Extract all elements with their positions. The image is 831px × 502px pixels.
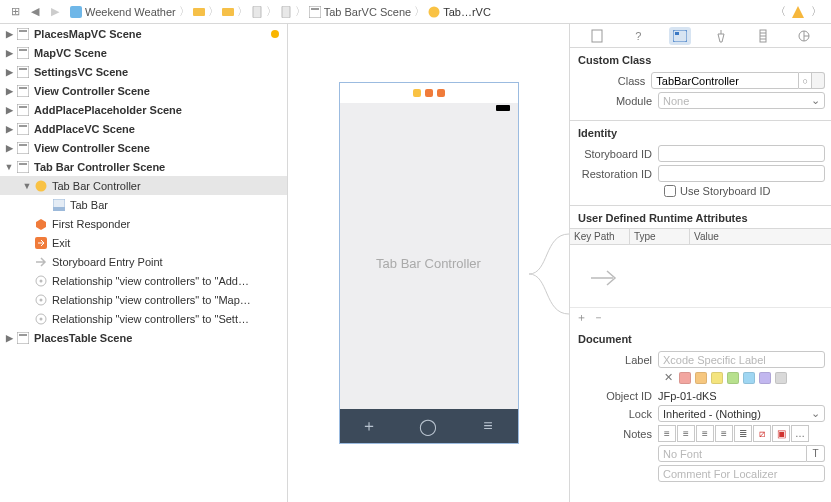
scene-row[interactable]: ▶PlacesTable Scene	[0, 328, 287, 347]
disclosure-right-icon[interactable]: ▶	[4, 105, 14, 115]
vc-icon[interactable]	[413, 89, 421, 97]
font-field[interactable]	[658, 445, 807, 462]
nav-back-icon[interactable]: ◀	[26, 3, 44, 21]
class-stepper[interactable]	[812, 72, 825, 89]
doc-label-field[interactable]	[658, 351, 825, 368]
swatch[interactable]	[711, 372, 723, 384]
storyboard-canvas[interactable]: Tab Bar Controller ＋ ◯ ≡	[288, 24, 569, 502]
localizer-comment-field[interactable]	[658, 465, 825, 482]
col-keypath[interactable]: Key Path	[570, 229, 630, 244]
align-left-icon[interactable]: ≡	[658, 425, 676, 442]
crumb-file[interactable]	[280, 6, 292, 18]
remove-attr-button[interactable]: －	[593, 310, 604, 325]
disclosure-right-icon[interactable]: ▶	[4, 29, 14, 39]
outline-item-exit[interactable]: Exit	[0, 233, 287, 252]
tab-plus-icon: ＋	[340, 409, 399, 443]
outline-item-entry-point[interactable]: Storyboard Entry Point	[0, 252, 287, 271]
scene-dock[interactable]	[340, 83, 518, 103]
svg-point-7	[429, 6, 440, 17]
add-attr-button[interactable]: ＋	[576, 310, 587, 325]
align-center-icon[interactable]: ≡	[677, 425, 695, 442]
clear-color-icon[interactable]: ✕	[664, 371, 673, 384]
disclosure-down-icon[interactable]: ▼	[4, 162, 14, 172]
attributes-inspector-tab[interactable]	[710, 27, 732, 45]
arrow-right-icon	[34, 255, 48, 269]
storyboard-id-label: Storyboard ID	[576, 148, 658, 160]
disclosure-right-icon[interactable]: ▶	[4, 86, 14, 96]
font-picker-icon[interactable]: T	[807, 445, 825, 462]
module-select[interactable]: None	[658, 92, 825, 109]
swatch[interactable]	[695, 372, 707, 384]
crumb-scene[interactable]: Tab BarVC Scene	[309, 6, 411, 18]
disclosure-down-icon[interactable]: ▼	[22, 181, 32, 191]
crumb-folder[interactable]	[193, 6, 205, 18]
scene-row[interactable]: ▶SettingsVC Scene	[0, 62, 287, 81]
file-inspector-tab[interactable]	[586, 27, 608, 45]
nav-prev-issue-icon[interactable]: 〈	[771, 3, 789, 21]
related-items-icon[interactable]: ⊞	[6, 3, 24, 21]
restoration-id-field[interactable]	[658, 165, 825, 182]
clear-style-icon[interactable]: ▣	[772, 425, 790, 442]
list-icon[interactable]: ≣	[734, 425, 752, 442]
storyboard-icon	[16, 27, 30, 41]
col-type[interactable]: Type	[630, 229, 690, 244]
svg-rect-18	[19, 106, 27, 108]
align-justify-icon[interactable]: ≡	[715, 425, 733, 442]
disclosure-right-icon[interactable]: ▶	[4, 124, 14, 134]
warning-icon[interactable]	[791, 5, 805, 19]
scene-row[interactable]: ▶View Controller Scene	[0, 138, 287, 157]
identity-inspector-tab[interactable]	[669, 27, 691, 45]
section-title: Identity	[578, 127, 825, 139]
crumb-file[interactable]	[251, 6, 263, 18]
align-right-icon[interactable]: ≡	[696, 425, 714, 442]
disclosure-right-icon[interactable]: ▶	[4, 67, 14, 77]
scene-row[interactable]: ▶AddPlaceVC Scene	[0, 119, 287, 138]
outline-item-vc[interactable]: ▼Tab Bar Controller	[0, 176, 287, 195]
swatch[interactable]	[727, 372, 739, 384]
swatch[interactable]	[679, 372, 691, 384]
device-preview[interactable]: Tab Bar Controller ＋ ◯ ≡	[339, 82, 519, 444]
scene-row[interactable]: ▶AddPlacePlaceholder Scene	[0, 100, 287, 119]
scene-row[interactable]: ▶View Controller Scene	[0, 81, 287, 100]
crumb-project[interactable]: Weekend Weather	[70, 6, 176, 18]
more-icon[interactable]: …	[791, 425, 809, 442]
lock-select[interactable]: Inherited - (Nothing)	[658, 405, 825, 422]
storyboard-id-field[interactable]	[658, 145, 825, 162]
disclosure-right-icon[interactable]: ▶	[4, 333, 14, 343]
scene-row[interactable]: ▶MapVC Scene	[0, 43, 287, 62]
col-value[interactable]: Value	[690, 229, 831, 244]
clear-icon[interactable]: ○	[799, 72, 812, 89]
svg-rect-27	[53, 207, 65, 211]
document-outline[interactable]: ▶PlacesMapVC Scene ▶MapVC Scene ▶Setting…	[0, 24, 288, 502]
svg-rect-12	[19, 49, 27, 51]
svg-rect-1	[193, 8, 205, 16]
first-responder-icon[interactable]	[425, 89, 433, 97]
crumb-folder[interactable]	[222, 6, 234, 18]
runtime-table-header: Key Path Type Value	[570, 228, 831, 245]
document-section: Document Label ✕ Object ID	[570, 327, 831, 493]
outline-item-segue[interactable]: Relationship "view controllers" to "Map…	[0, 290, 287, 309]
scene-row[interactable]: ▶PlacesMapVC Scene	[0, 24, 287, 43]
class-field[interactable]	[651, 72, 799, 89]
outline-item-tabbar[interactable]: Tab Bar	[0, 195, 287, 214]
nav-forward-icon[interactable]: ▶	[46, 3, 64, 21]
disclosure-right-icon[interactable]: ▶	[4, 143, 14, 153]
swatch[interactable]	[743, 372, 755, 384]
disclosure-right-icon[interactable]: ▶	[4, 48, 14, 58]
strike-icon[interactable]: ⧄	[753, 425, 771, 442]
swatch[interactable]	[775, 372, 787, 384]
crumb-label: Tab…rVC	[443, 6, 491, 18]
exit-icon[interactable]	[437, 89, 445, 97]
outline-item-segue[interactable]: Relationship "view controllers" to "Add…	[0, 271, 287, 290]
nav-next-issue-icon[interactable]: 〉	[807, 3, 825, 21]
use-storyboard-id-checkbox[interactable]	[664, 185, 676, 197]
storyboard-icon	[309, 6, 321, 18]
swatch[interactable]	[759, 372, 771, 384]
crumb-vc[interactable]: Tab…rVC	[428, 6, 491, 18]
scene-row-expanded[interactable]: ▼Tab Bar Controller Scene	[0, 157, 287, 176]
outline-item-segue[interactable]: Relationship "view controllers" to "Sett…	[0, 309, 287, 328]
outline-item-first-responder[interactable]: First Responder	[0, 214, 287, 233]
help-inspector-tab[interactable]: ?	[627, 27, 649, 45]
connections-inspector-tab[interactable]	[793, 27, 815, 45]
size-inspector-tab[interactable]	[752, 27, 774, 45]
